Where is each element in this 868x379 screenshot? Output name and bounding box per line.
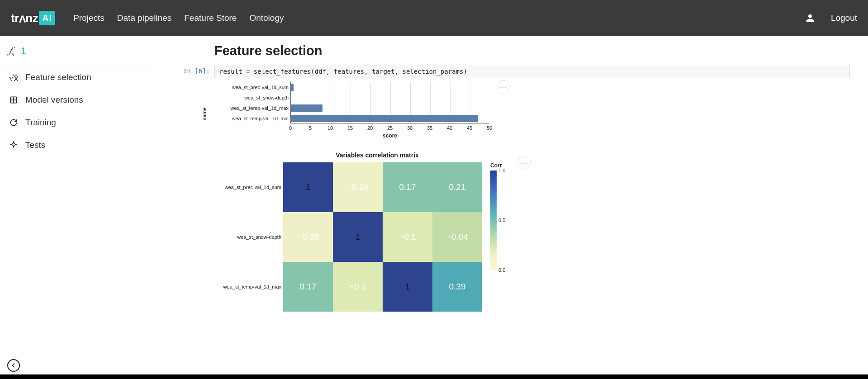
bar [291,84,294,91]
heatmap-cell: 0.17 [283,262,333,312]
heatmap-cell: 0.21 [432,162,482,212]
bar [291,104,323,112]
colorbar-gradient: 1.00.50.0 [490,171,497,270]
code-prompt-label: In [6]: [179,65,214,78]
bar-x-axis-title: score [383,133,397,139]
colorbar-tick: 1.0 [498,168,505,173]
nav-ontology[interactable]: Ontology [249,13,284,23]
bar-y-label: wea_st_prec-val_1d_sum [232,85,289,90]
bar-x-tick: 50 [487,125,492,131]
colorbar-tick: 0.0 [498,267,505,273]
content: Feature selection In [6]: result = selec… [150,36,868,379]
bar-y-label: wea_st_temp-val_1d_max [231,105,289,111]
svg-rect-3 [11,100,13,103]
heatmap-y-label: wea_st_temp-val_1d_max [223,284,281,289]
sidebar-item-training[interactable]: Training [0,111,150,134]
nav-projects[interactable]: Projects [73,13,104,23]
sidebar: 𝑓x 1 √x̄ Feature selection Model version… [0,36,150,379]
bar-x-tick: 20 [367,125,373,131]
logo-text: trᴧnz [11,11,38,25]
sidebar-item-model-versions[interactable]: Model versions [0,89,150,111]
spark-icon [9,141,18,150]
heatmap-title: Variables correlation matrix [214,152,540,159]
bar [291,94,291,101]
heatmap-grid: 1−0.280.170.21−0.281−0.1−0.040.17−0.110.… [283,162,482,312]
collapse-sidebar-button[interactable] [7,359,20,372]
code-cell[interactable]: result = select_features(ddf, features, … [214,65,850,78]
cycle-icon [9,118,18,127]
user-icon[interactable] [806,14,815,23]
bar-plot-area [290,82,489,123]
sidebar-header: 𝑓x 1 [0,36,150,66]
top-nav: Projects Data pipelines Feature Store On… [73,13,284,23]
logo[interactable]: trᴧnz AI [11,11,55,25]
heatmap-cell: 1 [383,262,432,312]
bar-x-tick: 10 [327,125,333,131]
heatmap-cell: −0.1 [383,212,432,262]
bar-x-tick: 5 [309,125,312,131]
sqrt-icon: √x̄ [9,73,18,82]
correlation-heatmap-block: ⋯ Variables correlation matrix 1−0.280.1… [214,152,850,332]
bar-y-label: wea_st_temp-val_1d_min [232,116,289,121]
nav-feature-store[interactable]: Feature Store [184,13,237,23]
heatmap-colorbar: Corr 1.00.50.0 [490,162,526,270]
heatmap-y-label: wea_st_prec-val_1d_sum [225,185,281,190]
bar-x-tick: 0 [289,125,292,131]
bar-x-tick: 40 [447,125,452,131]
main-area: 𝑓x 1 √x̄ Feature selection Model version… [0,36,868,379]
colorbar-label: Corr [490,162,526,169]
bar-y-axis-title: name [202,108,207,121]
sidebar-item-tests[interactable]: Tests [0,134,150,156]
code-cell-row: In [6]: result = select_features(ddf, fe… [179,65,850,78]
logo-badge: AI [39,11,55,25]
heatmap-cell: −0.28 [333,162,383,212]
sidebar-item-label: Tests [25,140,45,150]
bar-x-tick: 15 [347,125,353,131]
bar-y-label: wea_st_snow-depth [244,95,289,100]
grid-icon [9,95,18,104]
heatmap-cell: 1 [333,212,383,262]
page-title: Feature selection [214,43,850,58]
bar-x-tick: 25 [387,125,393,131]
topbar-right: Logout [806,13,857,23]
bottom-strip [0,374,868,379]
colorbar-tick: 0.5 [498,218,505,223]
heatmap-cell: −0.04 [432,212,482,262]
sidebar-item-label: Training [25,118,56,128]
bar [291,115,478,122]
feature-score-chart: ⋯ name score 05101520253035404550wea_st_… [214,82,850,141]
topbar: trᴧnz AI Projects Data pipelines Feature… [0,0,868,36]
nav-data-pipelines[interactable]: Data pipelines [117,13,171,23]
fx-value: 1 [21,45,26,57]
sidebar-item-feature-selection[interactable]: √x̄ Feature selection [0,66,150,89]
bar-x-tick: 45 [467,125,472,131]
bar-x-tick: 35 [427,125,432,131]
chevron-left-icon [10,362,17,369]
heatmap-cell: 0.39 [432,262,482,312]
svg-rect-1 [11,98,13,100]
bar-chart: name score 05101520253035404550wea_st_pr… [214,82,504,141]
heatmap-cell: 0.17 [383,162,432,212]
heatmap-cell: −0.1 [333,262,383,312]
heatmap-cell: 1 [283,162,333,212]
svg-rect-4 [14,100,16,103]
sidebar-item-label: Feature selection [25,72,91,82]
svg-rect-2 [14,98,16,100]
sidebar-item-label: Model versions [25,95,83,105]
heatmap-y-label: wea_st_snow-depth [237,234,281,240]
fx-icon: 𝑓x [9,44,14,57]
heatmap-cell: −0.28 [283,212,333,262]
bar-x-tick: 30 [407,125,413,131]
logout-link[interactable]: Logout [831,13,857,23]
